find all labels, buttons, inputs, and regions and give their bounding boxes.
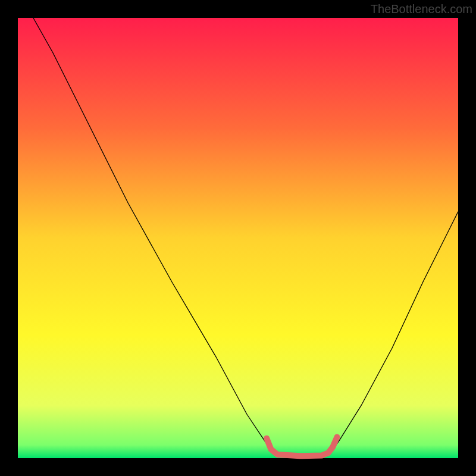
chart-container: { "watermark": "TheBottleneck.com", "cha… [0, 0, 476, 476]
chart-svg [0, 0, 476, 476]
plot-background [18, 18, 458, 458]
watermark-text: TheBottleneck.com [371, 2, 472, 16]
